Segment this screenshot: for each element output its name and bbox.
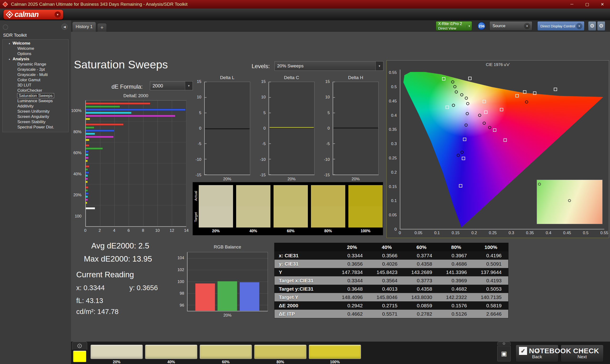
tick-mark <box>269 159 271 159</box>
cie-measured-point <box>451 80 454 84</box>
sidebar-item-label: Grayscale - Multi <box>17 72 48 77</box>
workflow-gear-icon[interactable]: ⚙ <box>597 21 605 31</box>
sidebar-item-screen-stability[interactable]: Screen Stability <box>3 119 68 125</box>
table-cell: 0.4358 <box>404 260 439 268</box>
sweep-button-80%[interactable] <box>254 345 306 359</box>
sidebar-item-saturation-sweeps[interactable]: Saturation Sweeps <box>3 93 68 98</box>
axis-tick: 0.2 <box>471 231 477 235</box>
delta-c-title: Delta C <box>269 75 314 80</box>
table-cell: 0.2715 <box>369 301 404 310</box>
row-label: Y <box>274 268 335 276</box>
sidebar-item-welcome[interactable]: Welcome <box>3 46 68 51</box>
row-label: Target x:CIE31 <box>274 276 335 285</box>
axis-tick: 0 <box>199 126 201 131</box>
sidebar-item-label: Options <box>17 52 31 56</box>
add-tab-button[interactable]: + <box>97 23 107 32</box>
cie-measured-point <box>482 121 486 125</box>
measurement-count-badge: 236 <box>478 22 486 30</box>
sidebar-item-grayscale-2pt[interactable]: Grayscale - 2pt <box>3 67 68 72</box>
sidebar-item-additivity[interactable]: Additivity <box>3 104 68 109</box>
next-button[interactable]: » Next <box>561 345 604 362</box>
sidebar-item-options[interactable]: Options <box>3 51 68 56</box>
sidebar-item-label: Dynamic Range <box>17 62 46 66</box>
axis-tick: 100 <box>75 214 81 219</box>
swatch-label: 20% <box>199 229 233 233</box>
bar-yellow <box>86 202 87 204</box>
back-button[interactable]: ↺ Back <box>516 345 558 362</box>
axis-tick: 5 <box>328 111 330 115</box>
sidebar-item-colorchecker[interactable]: ColorChecker <box>3 88 68 93</box>
tick-mark <box>205 174 207 175</box>
axis-tick: 15 <box>197 79 201 84</box>
display-control-label: Direct Display Control <box>540 24 575 28</box>
axis-tick: 8 <box>142 228 144 233</box>
table-cell: 0.4682 <box>439 285 474 293</box>
display-control-dropdown[interactable]: Direct Display Control ▼ <box>537 21 584 31</box>
source-dropdown[interactable]: Source ▼ <box>489 21 532 31</box>
axis-tick: 15 <box>325 79 330 84</box>
delta-l-title: Delta L <box>204 75 250 80</box>
sidebar-pin-icon[interactable] <box>3 25 8 30</box>
sweep-button-40%[interactable] <box>145 345 197 359</box>
axis-tick: -15 <box>195 173 201 178</box>
sidebar-item-3d-lut[interactable]: 3D LUT <box>3 83 68 88</box>
axis-tick: 0.15 <box>452 231 459 235</box>
bar-blue <box>239 282 260 311</box>
de-formula-dropdown[interactable]: 2000 ▼ <box>150 81 193 90</box>
sweep-button-100%[interactable] <box>309 345 361 359</box>
next-label: Next <box>577 354 587 360</box>
sidebar-item-analysis[interactable]: ▲Analysis <box>3 56 68 62</box>
axis-tick: 104 <box>178 256 184 260</box>
maximize-icon[interactable]: ▢ <box>580 0 595 9</box>
sidebar-tree: ▲WelcomeWelcomeOptions▲AnalysisDynamic R… <box>2 39 69 132</box>
tab-history-1[interactable]: History 1 <box>72 22 96 32</box>
column-header: 80% <box>439 243 474 251</box>
sidebar-item-dynamic-range[interactable]: Dynamic Range <box>3 62 68 67</box>
bar-yellow <box>86 139 89 141</box>
chevron-down-icon: ▼ <box>576 23 582 29</box>
meter-device-button[interactable]: X-Rite i1Pro 2 Direct View ▼ <box>436 21 472 31</box>
levels-value: 20% Sweeps <box>275 63 304 69</box>
close-icon[interactable]: ✕ <box>595 0 610 9</box>
sidebar-title: SDR Toolkit <box>3 33 27 38</box>
row-label: y: CIE31 <box>274 260 335 268</box>
sidebar-item-luminance-sweeps[interactable]: Luminance Sweeps <box>3 98 68 104</box>
sidebar-collapse-button[interactable]: ◀ <box>62 24 68 30</box>
axis-tick: 0.15 <box>389 184 397 189</box>
sidebar-item-color-gamut[interactable]: Color Gamut <box>3 78 68 83</box>
axis-tick: 0.05 <box>389 213 397 218</box>
cie-measured-point <box>466 102 469 105</box>
table-cell: 0.3344 <box>335 276 369 285</box>
sidebar-item-screen-angularity[interactable]: Screen Angularity <box>3 114 68 119</box>
sweep-button-20%[interactable] <box>91 345 143 359</box>
sidebar-item-label: Analysis <box>13 57 29 61</box>
bar-blue <box>86 151 89 153</box>
levels-dropdown[interactable]: 20% Sweeps ▼ <box>274 61 383 71</box>
column-header: 20% <box>335 243 370 251</box>
sidebar-item-welcome[interactable]: ▲Welcome <box>3 41 68 46</box>
bar-group <box>86 101 186 121</box>
tick-mark <box>333 174 335 175</box>
max-de2000: Max dE2000: 13.95 <box>84 254 152 263</box>
nav-popout-button[interactable]: ▲ <box>497 342 511 345</box>
axis-tick: 0.05 <box>414 231 422 235</box>
swatch-strip-columns: 20%40%60%80%100% <box>193 182 383 235</box>
sweep-button-60%[interactable] <box>200 345 252 359</box>
rgb-plot <box>187 252 268 311</box>
calman-menu-button[interactable]: calman ▼ <box>3 10 63 20</box>
table-cell: 141.3396 <box>439 268 474 276</box>
delta_l-plot <box>204 82 250 175</box>
tick-mark <box>333 82 335 82</box>
sidebar-item-grayscale-multi[interactable]: Grayscale - Multi <box>3 72 68 78</box>
sidebar-item-spectral-power-dist[interactable]: Spectral Power Dist. <box>3 125 68 130</box>
sidebar-item-label: Screen Angularity <box>17 114 49 119</box>
pattern-window-button[interactable]: ▣ <box>497 346 511 361</box>
table-cell: 137.9644 <box>473 268 508 276</box>
minimize-icon[interactable]: ─ <box>564 0 580 9</box>
sidebar-item-screen-uniformity[interactable]: Screen Uniformity <box>3 109 68 114</box>
bar-green <box>86 169 88 170</box>
swatch-label: 80% <box>311 229 345 233</box>
sweep-button-label: 60% <box>200 360 252 364</box>
settings-gear-icon[interactable]: ⚙ <box>588 21 596 31</box>
sweep-button-label: 20% <box>91 360 143 364</box>
